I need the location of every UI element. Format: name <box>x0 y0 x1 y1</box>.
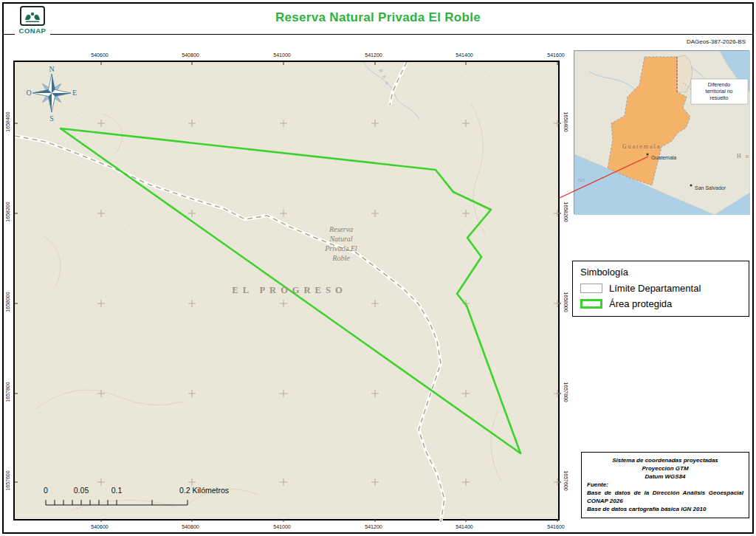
legend-item-departmental: Límite Departamental <box>580 283 741 294</box>
grid-cross <box>280 210 287 217</box>
inset-canvas: Diferendo territorial no resuelto G u a … <box>574 51 750 215</box>
grid-label-right: 1657600 <box>563 470 568 490</box>
scale-bar: 0 0.05 0.1 0.2 Kilómetros <box>44 486 266 509</box>
note-line: resuelto <box>710 95 729 100</box>
city-label: Guatemala <box>651 155 676 160</box>
contour-line <box>43 236 61 289</box>
conap-logo-icon <box>20 6 45 26</box>
grid-label-top: 540800 <box>182 52 199 58</box>
reserve-name-line: Privada El <box>310 244 372 253</box>
city-dot <box>646 153 648 155</box>
road-casing <box>15 136 444 522</box>
grid-label-right: 1658400 <box>563 111 568 131</box>
compass-south-label: S <box>49 114 54 123</box>
legend-title: Simbología <box>580 267 741 278</box>
reserve-name-label: Reserva Natural Privada El Roble <box>310 224 372 263</box>
grid-cross <box>97 210 105 217</box>
conap-logo-text: CONAP <box>15 27 50 35</box>
legend-item-label: Límite Departamental <box>609 283 701 294</box>
road-number-fragment: 721 <box>577 177 585 183</box>
grid-label-top: 541400 <box>456 52 472 58</box>
legend-item-protected: Área protegida <box>580 298 741 309</box>
conap-logo: CONAP <box>15 6 50 35</box>
grid-cross <box>188 478 196 486</box>
grid-cross <box>462 390 470 397</box>
grid-label-right: 1657800 <box>563 382 568 402</box>
reserve-name-line: Roble <box>310 253 372 263</box>
header-divider <box>4 34 752 35</box>
contour-line <box>491 409 501 481</box>
grid-cross <box>280 120 287 127</box>
grid-label-right: 1658000 <box>563 292 568 312</box>
main-map: N E S O Reserva Natural Privada El Roble… <box>13 61 560 520</box>
grid-cross <box>371 120 379 127</box>
map-title: Reserva Natural Privada El Roble <box>0 10 756 25</box>
city-dot <box>690 184 692 186</box>
note-line: territorial no <box>706 89 733 94</box>
credits-line: Base de datos cartografía básica IGN 201… <box>587 505 743 513</box>
credits-line: Datum WGS84 <box>587 473 743 481</box>
compass-west-label: O <box>26 89 31 97</box>
grid-cross <box>371 210 379 217</box>
grid-label-bottom: 540800 <box>182 524 199 529</box>
grid-label-bottom: 541200 <box>365 524 382 529</box>
grid-label-right: 1658200 <box>563 202 568 221</box>
stream-line <box>362 62 419 120</box>
grid-label-left: 1658000 <box>5 292 10 312</box>
grid-label-bottom: 541000 <box>273 524 290 529</box>
compass-east-label: E <box>72 89 77 97</box>
reserve-name-line: Natural <box>310 234 372 244</box>
legend-item-label: Área protegida <box>609 298 672 309</box>
grid-cross <box>371 478 379 486</box>
grid-cross <box>462 210 470 217</box>
grid-label-top: 541000 <box>273 52 290 58</box>
road-dashed <box>15 136 444 522</box>
country-fragment: H o <box>737 153 750 159</box>
city-label: San Salvador <box>695 185 726 190</box>
credits-line: Proyección GTM <box>587 464 743 473</box>
note-line: Diferendo <box>708 82 730 87</box>
document-code: DAGeos-387-2026-BS <box>687 38 746 45</box>
compass-north-label: N <box>49 65 54 73</box>
grid-cross <box>280 300 287 307</box>
overview-inset-map: Diferendo territorial no resuelto G u a … <box>574 50 749 214</box>
scale-number: 0.05 <box>74 486 89 495</box>
grid-label-left: 1658200 <box>5 202 10 221</box>
credits-line: Sistema de coordenadas proyectadas <box>587 456 743 464</box>
grid-cross <box>97 300 105 307</box>
grid-label-left: 1657600 <box>5 470 10 490</box>
credits-line: Base de datos de la Dirección Análisis G… <box>587 489 743 505</box>
grid-label-left: 1657800 <box>5 382 10 402</box>
grid-cross <box>97 120 105 127</box>
grid-cross <box>188 210 196 217</box>
grid-label-left: 1658400 <box>5 111 10 131</box>
grid-label-top: 540600 <box>91 52 108 58</box>
grid-label-bottom: 541400 <box>456 524 472 529</box>
department-label: EL PROGRESO <box>201 285 378 296</box>
scale-bar-ticks <box>44 498 251 506</box>
scale-number: 0.1 <box>111 486 123 495</box>
grid-label-top: 541200 <box>365 52 382 58</box>
grid-cross <box>97 478 105 486</box>
grid-label-bottom: 540600 <box>91 524 108 529</box>
reserve-name-line: Reserva <box>310 224 372 234</box>
road-casing <box>390 62 407 105</box>
protected-area-swatch <box>580 299 602 309</box>
grid-cross <box>280 478 287 486</box>
departmental-boundary-swatch <box>580 284 602 293</box>
grid-cross <box>371 390 379 397</box>
grid-cross <box>280 390 287 397</box>
contour-line <box>35 390 182 409</box>
contour-line <box>471 103 486 236</box>
grid-cross <box>188 120 196 127</box>
credits-panel: Sistema de coordenadas proyectadas Proye… <box>581 452 749 518</box>
grid-cross <box>462 120 470 127</box>
legend-panel: Simbología Límite Departamental Área pro… <box>572 261 749 317</box>
scale-number: 0 <box>44 486 48 495</box>
credits-line: Fuente: <box>587 481 743 489</box>
grid-label-top: 541600 <box>547 52 564 58</box>
grid-cross <box>188 300 196 307</box>
grid-label-bottom: 541600 <box>547 524 564 529</box>
scale-number: 0.2 Kilómetros <box>179 486 229 495</box>
compass-rose-icon: N E S O <box>24 63 79 123</box>
